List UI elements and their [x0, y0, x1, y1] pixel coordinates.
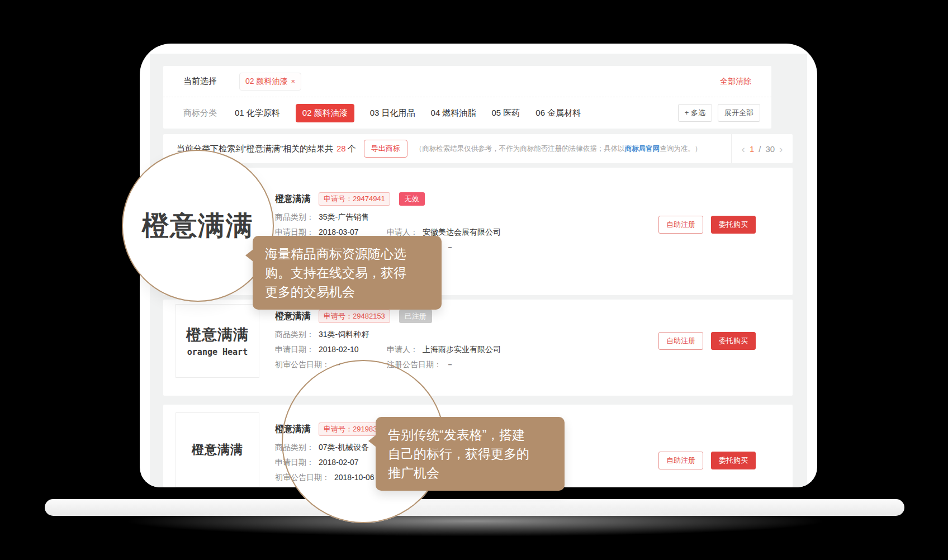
trademark-image-3[interactable]: 橙意满满: [176, 412, 259, 487]
category-item-06[interactable]: 06 金属材料: [535, 108, 581, 118]
total-pages: 30: [765, 144, 775, 154]
magnified-trademark-text: 橙意满满: [142, 208, 254, 244]
category-item-03[interactable]: 03 日化用品: [370, 108, 415, 118]
pagination: ‹ 1 / 30 ›: [731, 134, 793, 163]
trademark-name[interactable]: 橙意满满: [275, 193, 311, 205]
clear-all-link[interactable]: 全部清除: [720, 77, 751, 87]
trademark-image-subtext: orange Heart: [187, 347, 248, 357]
tooltip-line: 更多的交易机会: [265, 282, 429, 301]
tooltip-promotion: 告别传统“发表格”，搭建 自己的标行，获得更多的 推广机会: [376, 417, 565, 491]
tooltip-tail-icon: [245, 249, 253, 262]
tooltip-line: 自己的标行，获得更多的: [388, 444, 552, 463]
current-page-number: 1: [750, 144, 754, 154]
trademark-office-link[interactable]: 商标局官网: [625, 145, 660, 153]
trademark-image-text: 橙意满满: [186, 325, 249, 345]
self-register-button[interactable]: 自助注册: [658, 332, 703, 350]
laptop-base-shadow: [123, 506, 827, 537]
prev-page-icon[interactable]: ‹: [742, 144, 745, 154]
entrust-purchase-button[interactable]: 委托购买: [711, 452, 756, 469]
tooltip-tail-icon: [368, 435, 376, 447]
field-value: 31类-饲料种籽: [319, 330, 369, 339]
tag-close-icon[interactable]: ×: [291, 77, 295, 86]
self-register-button[interactable]: 自助注册: [658, 216, 703, 234]
field-label: 商品类别：: [275, 330, 314, 339]
entrust-purchase-button[interactable]: 委托购买: [711, 332, 756, 350]
category-item-02-selected[interactable]: 02 颜料油漆: [296, 104, 354, 122]
result-row-2: 橙意满满 orange Heart 橙意满满 申请号：29482153 已注册 …: [163, 300, 793, 396]
field-value: 35类-广告销售: [319, 212, 369, 221]
category-row: 商标分类 01 化学原料 02 颜料油漆 03 日化用品 04 燃料油脂 05 …: [163, 97, 771, 129]
trademark-image-2[interactable]: 橙意满满 orange Heart: [176, 304, 259, 378]
field-label: 商品类别：: [275, 212, 314, 221]
category-row-label: 商标分类: [183, 108, 217, 118]
field-value: 安徽美达会展有限公司: [423, 227, 501, 236]
status-badge-registered: 已注册: [399, 310, 432, 323]
trademark-name[interactable]: 橙意满满: [275, 311, 311, 322]
field-label: 申请日期：: [275, 345, 314, 354]
marketing-screenshot-stage: 当前选择 02 颜料油漆 × 全部清除 商标分类 01 化学原料 02 颜料油漆…: [0, 0, 948, 560]
field-value: 2018-02-10: [319, 345, 359, 354]
tooltip-marketplace: 海量精品商标资源随心选 购。支持在线交易，获得 更多的交易机会: [253, 236, 442, 310]
category-item-01[interactable]: 01 化学原料: [235, 108, 280, 118]
application-number-badge: 申请号：29482153: [319, 310, 390, 323]
multi-select-button[interactable]: + 多选: [678, 104, 712, 122]
field-label: 申请日期：: [275, 227, 314, 236]
category-item-04[interactable]: 04 燃料油脂: [431, 108, 476, 118]
self-register-button[interactable]: 自助注册: [658, 452, 703, 469]
category-item-05[interactable]: 05 医药: [491, 108, 520, 118]
field-value: －: [446, 243, 454, 251]
magnifier-circle-1: 橙意满满: [122, 150, 274, 302]
current-selection-label: 当前选择: [183, 76, 217, 87]
tooltip-line: 购。支持在线交易，获得: [265, 263, 429, 282]
field-value: 2018-03-07: [319, 227, 359, 236]
next-page-icon[interactable]: ›: [779, 144, 783, 154]
selected-filter-tag[interactable]: 02 颜料油漆 ×: [239, 73, 301, 91]
current-selection-row: 当前选择 02 颜料油漆 × 全部清除: [163, 66, 771, 97]
results-count-number: 28: [336, 144, 346, 153]
field-value: －: [446, 360, 454, 369]
expand-all-button[interactable]: 展开全部: [718, 104, 760, 122]
selected-filter-tag-label: 02 颜料油漆: [245, 77, 287, 87]
application-number-badge: 申请号：29474941: [319, 192, 390, 206]
entrust-purchase-button[interactable]: 委托购买: [711, 216, 756, 234]
status-badge-invalid: 无效: [399, 192, 425, 206]
field-label: 初审公告日期：: [275, 360, 330, 369]
field-label: 申请人：: [387, 227, 418, 236]
page-separator: /: [759, 144, 761, 154]
tooltip-line: 推广机会: [388, 463, 552, 482]
filters-card: 当前选择 02 颜料油漆 × 全部清除 商标分类 01 化学原料 02 颜料油漆…: [163, 66, 771, 129]
tooltip-line: 海量精品商标资源随心选: [265, 244, 429, 263]
results-disclaimer: （商标检索结果仅供参考，不作为商标能否注册的法律依据；具体以商标局官网查询为准。…: [415, 144, 702, 154]
trademark-image-text: 橙意满满: [192, 442, 243, 458]
results-header-card: 当前分类下检索到“橙意满满”相关的结果共28个 导出商标 （商标检索结果仅供参考…: [163, 134, 793, 163]
tooltip-line: 告别传统“发表格”，搭建: [388, 425, 552, 444]
field-value: 上海雨步实业有限公司: [423, 345, 501, 354]
field-label: 申请人：: [387, 345, 418, 354]
export-trademarks-button[interactable]: 导出商标: [364, 140, 407, 158]
